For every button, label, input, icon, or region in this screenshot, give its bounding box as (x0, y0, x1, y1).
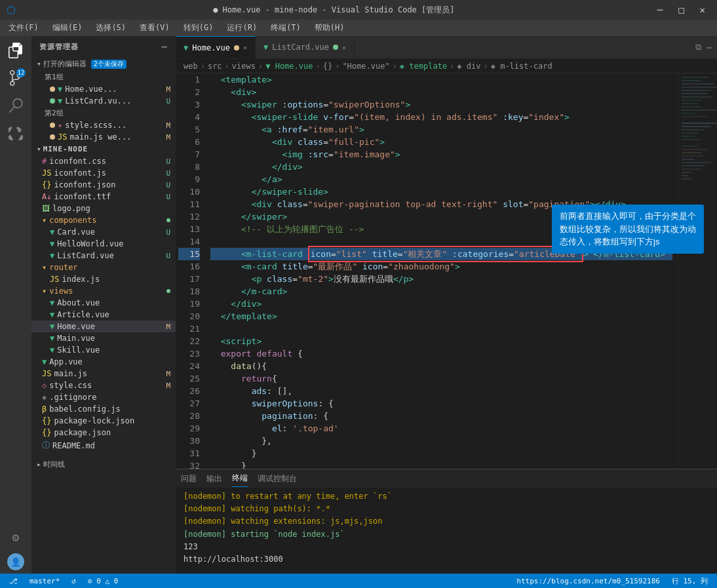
menu-help[interactable]: 帮助(H) (309, 21, 350, 35)
menu-terminal[interactable]: 终端(T) (265, 21, 306, 35)
tab-home-vue[interactable]: ▼ Home.vue ✕ (176, 36, 256, 58)
breadcrumb-div[interactable]: ◈ div (457, 62, 480, 71)
breadcrumb-braces[interactable]: {} (323, 62, 332, 71)
tree-item-style-css[interactable]: ◇ style.css M (31, 380, 176, 391)
more-actions-icon[interactable]: ⋯ (707, 43, 712, 52)
title-bar-title: ● Home.vue - mine-node - Visual Studio C… (16, 5, 652, 16)
tree-item-main-js[interactable]: JS main.js M (31, 368, 176, 380)
chevron-down-icon: ▾ (42, 216, 47, 225)
project-tree-header[interactable]: ▾ MINE-NODE (31, 143, 176, 155)
line-num-11: 11 (178, 198, 200, 210)
tree-folder-router[interactable]: ▾ router (31, 262, 176, 273)
open-editor-style-scss[interactable]: ✦ style.scss... M (31, 119, 176, 131)
svg-rect-3 (682, 83, 714, 85)
json-icon: {} (42, 428, 51, 437)
tree-item-package-json[interactable]: {} package.json (31, 427, 176, 439)
breadcrumb-src[interactable]: src (208, 62, 222, 71)
breadcrumb-template[interactable]: ◈ template (400, 62, 447, 71)
maximize-button[interactable]: □ (673, 5, 689, 15)
tree-folder-components[interactable]: ▾ components (31, 214, 176, 226)
unsaved-badge: 2个未保存 (91, 60, 126, 69)
line-num-4: 4 (178, 111, 200, 123)
breadcrumb-m-list-card[interactable]: ◈ m-list-card (491, 62, 552, 71)
tree-item-babel-config[interactable]: β babel.config.js (31, 403, 176, 415)
panel-tab-debug[interactable]: 调试控制台 (258, 471, 297, 487)
svg-rect-29 (682, 175, 688, 176)
git-branch-icon[interactable]: ⎇ (7, 577, 20, 585)
menu-view[interactable]: 查看(V) (134, 21, 175, 35)
tree-item-gitignore[interactable]: ◈ .gitignore (31, 391, 176, 403)
modified-dot (50, 123, 55, 128)
panel-tab-terminal[interactable]: 终端 (232, 470, 248, 487)
tree-item-about[interactable]: ▼ About.vue (31, 297, 176, 309)
line-num-23: 23 (178, 347, 200, 360)
tab-close-button[interactable]: ✕ (342, 44, 346, 51)
open-editor-main-js[interactable]: JS main.js we... M (31, 131, 176, 143)
menu-select[interactable]: 选择(S) (90, 21, 131, 35)
png-icon: 🖼 (42, 204, 50, 213)
tree-item-main-vue[interactable]: ▼ Main.vue (31, 332, 176, 344)
breadcrumb-web[interactable]: web (184, 62, 198, 71)
tree-item-iconfont-ttf[interactable]: A↓ iconfont.ttf U (31, 191, 176, 203)
git-branch-name[interactable]: master* (27, 577, 62, 585)
close-button[interactable]: ✕ (695, 5, 710, 15)
split-editor-icon[interactable]: ⧉ (695, 42, 701, 52)
menu-file[interactable]: 文件(F) (3, 21, 44, 35)
tree-item-helloworld[interactable]: ▼ HelloWorld.vue (31, 238, 176, 250)
tree-folder-views[interactable]: ▾ views (31, 285, 176, 297)
remote-icon[interactable]: ⚙ (5, 526, 27, 548)
tab-listcard-vue[interactable]: ▼ ListCard.vue ✕ (256, 36, 355, 58)
extensions-icon[interactable] (5, 122, 27, 144)
tree-item-card-vue[interactable]: ▼ Card.vue U (31, 226, 176, 238)
tree-item-iconfont-json[interactable]: {} iconfont.json U (31, 179, 176, 191)
code-line-2: <div> (210, 86, 672, 98)
source-control-icon[interactable] (5, 67, 27, 89)
new-file-icon[interactable]: ⋯ (162, 41, 168, 52)
breadcrumb-home-vue-2[interactable]: "Home.vue" (342, 62, 389, 71)
menu-edit[interactable]: 编辑(E) (47, 21, 88, 35)
timeline-section[interactable]: ▸ 时间线 (31, 458, 176, 471)
breadcrumb-home-vue[interactable]: ▼ Home.vue (265, 62, 313, 71)
errors-warnings[interactable]: ⊘ 0 △ 0 (85, 577, 121, 585)
tree-item-iconfont-js[interactable]: JS iconfont.js U (31, 167, 176, 179)
tree-item-readme[interactable]: ⓘ README.md (31, 439, 176, 452)
open-editors-header[interactable]: ▾ 打开的编辑器 2个未保存 (31, 57, 176, 71)
tab-close-button[interactable]: ✕ (243, 44, 247, 51)
svg-rect-5 (682, 90, 711, 91)
file-name: package.json (54, 428, 111, 437)
tree-item-iconfont-css[interactable]: # iconfont.css U (31, 155, 176, 167)
badge-M: M (166, 121, 170, 130)
tree-item-app-vue[interactable]: ▼ App.vue (31, 356, 176, 368)
panel-tab-output[interactable]: 输出 (206, 471, 222, 487)
tree-item-logo[interactable]: 🖼 logo.png (31, 203, 176, 214)
js-icon: JS (42, 369, 51, 378)
file-name: README.md (52, 441, 95, 450)
tree-item-article[interactable]: ▼ Article.vue (31, 309, 176, 321)
tree-item-package-lock[interactable]: {} package-lock.json (31, 415, 176, 427)
tab-label: Home.vue (192, 43, 230, 52)
minimize-button[interactable]: ─ (652, 5, 668, 15)
explorer-icon[interactable] (5, 39, 27, 62)
js-icon: JS (42, 168, 51, 178)
open-editor-listcard-vue[interactable]: ▼ ListCard.vu... U (31, 95, 176, 107)
panel-tab-problems[interactable]: 问题 (181, 471, 197, 487)
tree-item-index-js[interactable]: JS index.js (31, 273, 176, 285)
breadcrumb-views[interactable]: views (232, 62, 256, 71)
menu-bar: 文件(F) 编辑(E) 选择(S) 查看(V) 转到(G) 运行(R) 终端(T… (0, 20, 717, 36)
modified-dot (50, 87, 55, 92)
code-content[interactable]: <template> <div> <swiper :options="swipe… (205, 73, 678, 469)
tree-item-skill-vue[interactable]: ▼ Skill.vue (31, 344, 176, 356)
tree-item-home-vue[interactable]: ▼ Home.vue M (31, 321, 176, 332)
menu-run[interactable]: 运行(R) (222, 21, 262, 35)
menu-goto[interactable]: 转到(G) (178, 21, 219, 35)
sync-icon[interactable]: ↺ (69, 577, 79, 585)
tree-item-listcard-vue[interactable]: ▼ ListCard.vue U (31, 250, 176, 262)
line-col[interactable]: 行 15, 列 (669, 576, 710, 586)
breadcrumb-sep: › (315, 62, 320, 71)
code-line-23: export default { (210, 347, 672, 360)
line-num-16: 16 (178, 260, 200, 273)
search-icon[interactable] (5, 94, 27, 117)
open-editor-home-vue[interactable]: ▼ Home.vue... M (31, 83, 176, 95)
user-avatar[interactable]: 👤 (7, 553, 24, 570)
csdn-url[interactable]: https://blog.csdn.net/m0_51592186 (514, 577, 663, 585)
